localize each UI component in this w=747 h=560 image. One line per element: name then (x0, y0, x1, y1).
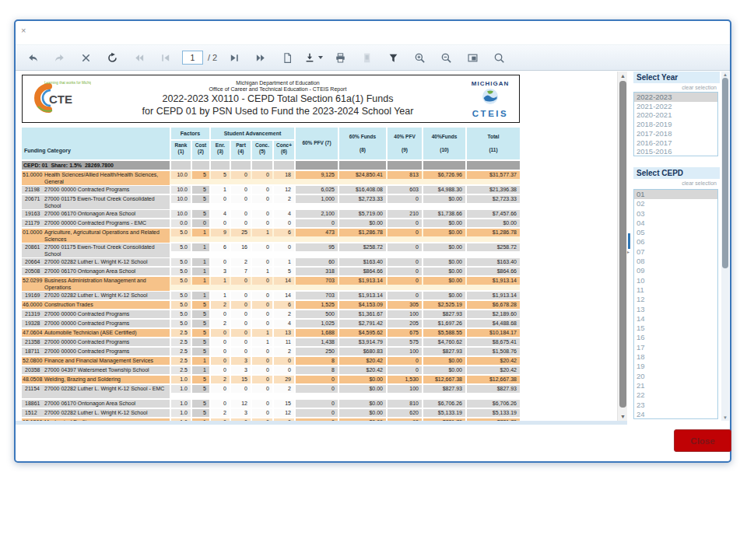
row-value-cell: 1 (192, 277, 209, 285)
cepd-option[interactable]: 18 (634, 352, 717, 362)
cepd-clear-selection-link[interactable]: clear selection (682, 180, 717, 186)
row-label: 2131927000 00000 Contracted Programs (22, 310, 170, 318)
export-image-icon[interactable] (463, 48, 482, 67)
row-value-cell: 6,025 (296, 186, 338, 194)
year-option[interactable]: 2022-2023 (634, 93, 717, 102)
row-value-cell: 0 (274, 357, 294, 365)
dialog-close-icon[interactable]: × (21, 26, 26, 35)
report-vertical-scrollbar[interactable]: ▲ ▼ (617, 72, 627, 421)
next-page-icon[interactable] (225, 48, 244, 67)
cepd-option[interactable]: 13 (634, 305, 717, 314)
cepd-option[interactable]: 10 (634, 276, 717, 285)
cepd-option[interactable]: 01 (634, 190, 717, 199)
row-value-cell: 1 (192, 366, 209, 374)
export-document-icon[interactable] (278, 48, 296, 67)
cepd-option[interactable]: 11 (634, 285, 717, 295)
row-value-cell: 318 (296, 268, 338, 275)
row-value-cell: 2 (274, 195, 294, 203)
cepd-option[interactable]: 19 (634, 362, 717, 371)
cepd-option[interactable]: 07 (634, 247, 717, 257)
row-label: 2066427000 02282 Luther L. Wright K-12 S… (22, 258, 170, 266)
row-value-cell: 0 (388, 292, 422, 299)
sidebar-scroll-up-icon[interactable]: ▲ (721, 72, 729, 77)
row-name: Business Administration Management and O… (44, 278, 170, 291)
row-value-cell: 0 (231, 320, 251, 327)
page-preview-icon[interactable] (357, 48, 376, 67)
row-value-cell: 0 (252, 310, 272, 318)
year-option[interactable]: 2016-2017 (634, 138, 717, 148)
row-value-cell: $827.93 (467, 385, 520, 393)
sidebar-scroll-down-icon[interactable]: ▼ (721, 415, 729, 420)
row-value-cell: 0 (388, 229, 422, 236)
splitter-arrow-icon[interactable]: ▸ (627, 249, 630, 254)
cepd-option[interactable]: 02 (634, 199, 717, 208)
download-icon[interactable] (304, 48, 323, 67)
year-option[interactable]: 2018-2019 (634, 120, 717, 129)
year-clear-selection-link[interactable]: clear selection (682, 85, 717, 90)
refresh-icon[interactable] (103, 48, 121, 67)
cepd-option[interactable]: 15 (634, 324, 717, 333)
row-value-cell: 0 (231, 292, 251, 299)
zoom-in-icon[interactable] (410, 48, 429, 67)
row-value-cell: 0 (192, 219, 209, 227)
cepd-option[interactable]: 04 (634, 219, 717, 228)
cepd-option[interactable]: 08 (634, 257, 717, 266)
report-scrollbar-thumb[interactable] (619, 81, 626, 408)
forward-icon[interactable] (50, 48, 68, 67)
cepd-listbox[interactable]: 0102030405060708091011121314151617181920… (633, 189, 718, 419)
cepd-summary-cell (192, 161, 209, 170)
cepd-option[interactable]: 16 (634, 333, 717, 342)
sidebar-scrollbar[interactable]: ▲ ▼ (721, 72, 729, 421)
row-value-cell: 0 (388, 268, 422, 275)
back-icon[interactable] (23, 48, 42, 67)
cepd-option[interactable]: 09 (634, 266, 717, 275)
row-code: 20664 (22, 259, 44, 266)
row-value-cell: 4 (211, 210, 230, 218)
row-value-cell: 4 (274, 210, 294, 218)
cepd-option[interactable]: 21 (634, 381, 717, 390)
last-page-icon[interactable] (251, 48, 270, 67)
cepd-option[interactable]: 20 (634, 372, 717, 381)
cepd-option[interactable]: 05 (634, 228, 717, 237)
year-option[interactable]: 2021-2022 (634, 102, 717, 111)
year-option[interactable]: 2020-2021 (634, 110, 717, 120)
select-cepd-title: Select CEPD (633, 167, 720, 179)
chevron-down-icon[interactable] (318, 56, 323, 59)
row-value-cell: $0.00 (423, 229, 465, 236)
cepd-option[interactable]: 14 (634, 314, 717, 324)
splitter-handle[interactable] (628, 233, 630, 249)
cepd-option[interactable]: 24 (634, 410, 717, 419)
cepd-option[interactable]: 03 (634, 209, 717, 219)
funding-category-row: 46.0000Construction Trades5.0520061,525$… (22, 301, 520, 309)
close-button[interactable]: Close (674, 429, 731, 452)
filter-icon[interactable] (384, 48, 402, 67)
search-icon[interactable] (489, 48, 508, 67)
year-option[interactable]: 2017-2018 (634, 129, 717, 138)
row-value-cell: 2.5 (171, 357, 191, 365)
cancel-icon[interactable] (76, 48, 95, 67)
row-value-cell: 0 (211, 219, 230, 227)
cepd-option[interactable]: 23 (634, 401, 717, 410)
year-option[interactable]: 2015-2016 (634, 147, 717, 156)
zoom-out-icon[interactable] (437, 48, 455, 67)
prev-page-icon[interactable] (156, 48, 174, 67)
print-icon[interactable] (331, 48, 349, 67)
program-row: 2035827000 04397 Watersmeet Township Sch… (22, 366, 520, 374)
cepd-option[interactable]: 06 (634, 237, 717, 247)
row-value-cell: 12 (274, 409, 294, 417)
sidebar-scrollbar-thumb[interactable] (722, 78, 728, 268)
first-page-icon[interactable] (129, 48, 148, 67)
row-value-cell: $1,508.76 (467, 348, 520, 355)
row-name: 27000 01175 Ewen-Trout Creek Consolidate… (44, 244, 170, 257)
cepd-option[interactable]: 17 (634, 343, 717, 352)
row-value-cell: 5 (192, 195, 209, 203)
row-value-cell: $4,595.62 (339, 329, 386, 337)
cepd-option[interactable]: 12 (634, 295, 717, 304)
row-name: Construction Trades (44, 302, 170, 309)
year-listbox[interactable]: 2022-20232021-20222020-20212018-20192017… (633, 92, 718, 156)
page-number-input[interactable] (182, 51, 203, 65)
row-value-cell: 5.0 (171, 310, 191, 318)
cepd-option[interactable]: 22 (634, 390, 717, 400)
cepd-summary-cell (388, 161, 422, 170)
row-value-cell: $0.00 (423, 357, 465, 365)
